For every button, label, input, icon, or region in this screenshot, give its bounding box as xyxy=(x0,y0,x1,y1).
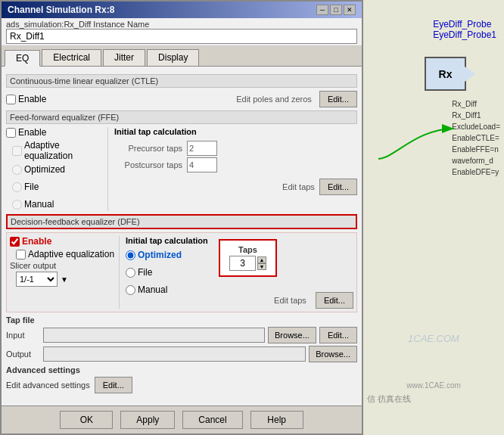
dfe-middle: Initial tap calculation Optimized File M… xyxy=(119,236,210,309)
advanced-edit-button[interactable]: Edit... xyxy=(95,377,132,393)
dfe-enable-row: Enable xyxy=(10,236,116,247)
dfe-initial-tap-title: Initial tap calculation xyxy=(126,236,210,245)
apply-button[interactable]: Apply xyxy=(120,411,175,429)
dfe-edit-taps-label: Edit taps xyxy=(274,296,306,305)
tap-file-label: Tap file xyxy=(6,315,357,325)
input-file-input[interactable] xyxy=(43,328,265,343)
instance-name-input[interactable] xyxy=(6,29,357,44)
output-label: Output xyxy=(6,350,40,359)
dfe-optimized-radio[interactable] xyxy=(126,250,135,260)
dfe-edit-button[interactable]: Edit... xyxy=(316,292,353,309)
eye-probe1-text: EyeDiff_Probe1 xyxy=(433,30,496,40)
input-browse-button[interactable]: Browse... xyxy=(268,327,316,343)
ffe-enable-checkbox[interactable] xyxy=(6,128,16,138)
ffe-adaptive-label: Adaptive equalization xyxy=(12,140,104,161)
dfe-enable-label: Enable xyxy=(10,236,51,247)
dfe-adaptive-label: Adaptive equalization xyxy=(16,249,114,259)
ffe-file-label: File xyxy=(12,182,104,192)
ctle-label: Continuous-time linear equalizer (CTLE) xyxy=(10,76,158,85)
input-edit-button[interactable]: Edit... xyxy=(319,327,357,343)
taps-spin-up[interactable]: ▲ xyxy=(257,256,266,263)
ffe-enable-text: Enable xyxy=(18,127,46,138)
dfe-file-radio[interactable] xyxy=(126,268,135,278)
dfe-slicer-select[interactable]: 1/-1 xyxy=(16,272,58,287)
eye-probe-label: EyeDiff_Probe EyeDiff_Probe1 xyxy=(433,19,496,40)
dfe-section-header: Decision-feedback equalizer (DFE) xyxy=(6,214,357,229)
dfe-optimized-label: Optimized xyxy=(126,250,210,260)
dfe-enable-checkbox[interactable] xyxy=(10,237,20,247)
right-panel: EyeDiff_Probe EyeDiff_Probe1 Rx Rx_Diff … xyxy=(363,0,504,435)
dfe-manual-radio[interactable] xyxy=(126,285,135,295)
ffe-precursor-label: Precursor taps xyxy=(114,144,182,153)
component-name: Rx_Diff xyxy=(452,98,500,110)
minimize-button[interactable]: ─ xyxy=(316,5,328,15)
title-bar: Channel Simulation Rx:8 ─ □ ✕ xyxy=(2,2,362,18)
cancel-button[interactable]: Cancel xyxy=(182,411,242,429)
ffe-postcursor-label: Postcursor taps xyxy=(114,160,182,169)
taps-spinner: ▲ ▼ xyxy=(257,256,266,270)
close-button[interactable]: ✕ xyxy=(344,5,356,15)
dfe-slicer-label: Slicer output xyxy=(10,261,56,270)
site-text: www.1CAE.com xyxy=(363,381,504,390)
component-name1: Rx_Diff1 xyxy=(452,110,500,121)
tab-electrical[interactable]: Electrical xyxy=(42,49,101,66)
output-file-input[interactable] xyxy=(43,346,306,362)
taps-input[interactable] xyxy=(229,256,256,271)
taps-label: Taps xyxy=(229,245,266,254)
help-button[interactable]: Help xyxy=(250,411,303,429)
ffe-postcursor-input[interactable] xyxy=(187,157,217,172)
ffe-initial-tap-title: Initial tap calculation xyxy=(114,127,357,136)
tab-jitter[interactable]: Jitter xyxy=(103,49,145,66)
dfe-file-label: File xyxy=(126,267,210,278)
dfe-adaptive-checkbox[interactable] xyxy=(16,250,26,259)
output-file-row: Output Browse... xyxy=(6,346,357,362)
main-dialog: Channel Simulation Rx:8 ─ □ ✕ ads_simula… xyxy=(0,0,363,435)
input-file-row: Input Browse... Edit... xyxy=(6,327,357,343)
tap-file-section: Tap file Input Browse... Edit... Output … xyxy=(6,315,357,362)
ffe-adaptive-text: Adaptive equalization xyxy=(24,140,104,161)
ffe-edit-button[interactable]: Edit... xyxy=(319,179,357,195)
input-label: Input xyxy=(6,331,40,340)
chinese-text: 信 彷真在线 xyxy=(367,393,411,405)
ffe-optimized-radio[interactable] xyxy=(12,165,22,175)
taps-spin-down[interactable]: ▼ xyxy=(257,263,266,270)
dfe-manual-label: Manual xyxy=(126,284,210,295)
ffe-precursor-input[interactable] xyxy=(187,141,217,156)
ffe-optimized-label: Optimized xyxy=(12,164,104,175)
instance-label: ads_simulation:Rx_Diff Instance Name xyxy=(6,20,149,29)
instance-bar: ads_simulation:Rx_Diff Instance Name xyxy=(2,18,362,46)
output-browse-button[interactable]: Browse... xyxy=(309,346,357,362)
edit-advanced-label: Edit advanced settings xyxy=(6,381,90,390)
title-bar-buttons: ─ □ ✕ xyxy=(316,5,356,15)
dfe-right: Taps ▲ ▼ Edit taps Edit... xyxy=(213,236,353,309)
ctle-edit-button[interactable]: Edit... xyxy=(319,91,357,107)
rx-triangle xyxy=(465,67,475,82)
ffe-radio-group: Optimized File Manual xyxy=(12,164,104,210)
eye-probe-text: EyeDiff_Probe xyxy=(433,19,496,30)
ffe-section-header: Feed-forward equalizer (FFE) xyxy=(6,110,357,124)
ffe-enable-row: Enable xyxy=(6,127,104,138)
dfe-enable-text: Enable xyxy=(22,236,51,247)
tab-eq[interactable]: EQ xyxy=(5,50,40,67)
advanced-section: Advanced settings Edit advanced settings… xyxy=(6,365,357,393)
dfe-adaptive-text: Adaptive equalization xyxy=(28,249,114,259)
schematic-area: EyeDiff_Probe EyeDiff_Probe1 Rx Rx_Diff … xyxy=(363,0,504,435)
maximize-button[interactable]: □ xyxy=(330,5,342,15)
advanced-row: Edit advanced settings Edit... xyxy=(6,377,357,393)
dfe-label: Decision-feedback equalizer (DFE) xyxy=(11,217,140,226)
window-title: Channel Simulation Rx:8 xyxy=(8,5,114,15)
enable-dfe: EnableDFE=y xyxy=(452,166,500,178)
ok-button[interactable]: OK xyxy=(60,411,113,429)
ffe-file-radio[interactable] xyxy=(12,182,22,192)
ffe-manual-radio[interactable] xyxy=(12,200,22,210)
bottom-buttons: OK Apply Cancel Help xyxy=(2,405,362,433)
dfe-slicer-row: Slicer output xyxy=(10,261,116,270)
dfe-radio-group: Optimized File Manual xyxy=(126,250,210,295)
ffe-edit-taps-label: Edit taps xyxy=(282,182,315,191)
ffe-postcursor-row: Postcursor taps xyxy=(114,157,357,172)
tab-display[interactable]: Display xyxy=(147,49,199,66)
ffe-adaptive-checkbox[interactable] xyxy=(12,146,22,156)
rx-block: Rx xyxy=(425,57,466,91)
ffe-manual-label: Manual xyxy=(12,199,104,210)
ctle-enable-checkbox[interactable] xyxy=(6,95,16,104)
